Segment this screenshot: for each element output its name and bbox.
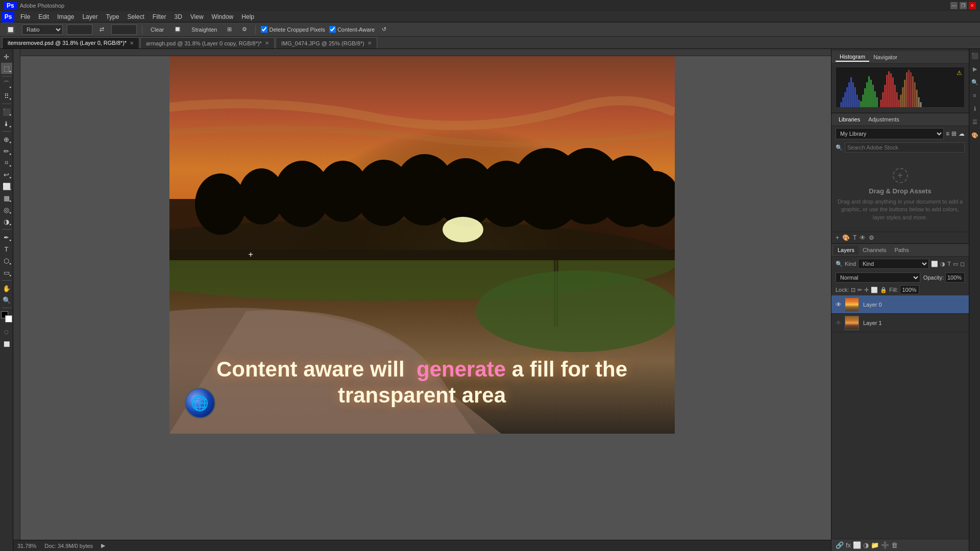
lock-all-btn[interactable]: 🔒 <box>880 287 887 293</box>
lib-settings-btn[interactable]: ⚙ <box>869 234 874 241</box>
tool-presets-btn[interactable]: 🔲 <box>3 24 18 35</box>
layer-new-btn[interactable]: ➕ <box>881 541 889 549</box>
lock-paint-btn[interactable]: ✏ <box>857 287 862 293</box>
tab-paths[interactable]: Paths <box>891 245 913 255</box>
ratio-select[interactable]: Ratio <box>22 24 63 35</box>
layer-row-1[interactable]: 👁 Layer 1 <box>831 314 969 332</box>
swap-btn[interactable]: ⇄ <box>96 25 107 34</box>
lock-artboard-btn[interactable]: ⬜ <box>871 287 878 293</box>
crop-tool-btn[interactable]: 🔲 <box>171 25 184 34</box>
quick-mask-btn[interactable]: ◌ <box>1 326 12 337</box>
content-aware-checkbox[interactable]: Content-Aware <box>329 26 375 33</box>
search-input[interactable] <box>845 142 965 153</box>
shape-tool[interactable]: ▭▸ <box>1 267 12 278</box>
lib-text-btn[interactable]: T <box>853 234 856 241</box>
lib-add-btn[interactable]: + <box>836 234 839 241</box>
reset-button[interactable]: ↺ <box>379 25 389 34</box>
panel-info-btn[interactable]: ℹ <box>970 104 979 113</box>
background-color[interactable] <box>5 315 12 322</box>
layer-group-btn[interactable]: 📁 <box>871 541 879 549</box>
path-select-tool[interactable]: ⬡▸ <box>1 255 12 266</box>
menu-select[interactable]: Select <box>123 12 148 21</box>
lock-pixels-btn[interactable]: ⊡ <box>851 287 855 293</box>
healing-tool[interactable]: ⊕▸ <box>1 134 12 145</box>
kind-filter-select[interactable]: Kind <box>858 259 929 269</box>
menu-layer[interactable]: Layer <box>78 12 102 21</box>
menu-help[interactable]: Help <box>237 12 258 21</box>
hand-tool[interactable]: ✋ <box>1 283 12 294</box>
tab-libraries[interactable]: Libraries <box>836 115 863 123</box>
layer-mask-btn[interactable]: ⬜ <box>853 541 861 549</box>
eyedropper-tool[interactable]: 🌡▸ <box>1 118 12 129</box>
menu-image[interactable]: Image <box>53 12 78 21</box>
layer-link-btn[interactable]: 🔗 <box>836 541 844 549</box>
layer-1-visibility[interactable]: 👁 <box>835 319 843 327</box>
blur-tool[interactable]: ◎▸ <box>1 204 12 215</box>
menu-filter[interactable]: Filter <box>149 12 170 21</box>
magic-wand-tool[interactable]: ⠿▸ <box>1 90 12 102</box>
panel-play-btn[interactable]: ▶ <box>970 64 979 73</box>
tab-0-close[interactable]: ✕ <box>130 40 134 46</box>
tab-2[interactable]: IMG_0474.JPG @ 25% (RGB/8*) ✕ <box>276 37 377 48</box>
menu-edit[interactable]: Edit <box>34 12 53 21</box>
panel-history-btn[interactable]: ⬛ <box>970 51 979 60</box>
type-tool[interactable]: T <box>1 243 12 255</box>
lib-grid-view-btn[interactable]: ⊞ <box>951 130 957 137</box>
panel-layers-icon-btn[interactable]: ☰ <box>970 117 979 127</box>
tab-1[interactable]: armagh.psd @ 31.8% (Layer 0 copy, RGB/8*… <box>140 37 275 48</box>
panel-settings-btn[interactable]: ≡ <box>970 91 979 100</box>
tab-1-close[interactable]: ✕ <box>265 40 269 46</box>
straighten-button[interactable]: Straighten <box>188 26 220 34</box>
tab-navigator[interactable]: Navigator <box>869 53 901 61</box>
width-input[interactable] <box>67 24 92 35</box>
fill-input[interactable] <box>900 285 919 294</box>
settings-button[interactable]: ⚙ <box>239 25 250 34</box>
lib-eye-btn[interactable]: 👁 <box>860 234 866 241</box>
layer-adjust-btn[interactable]: ◑ <box>863 541 869 549</box>
panel-color-btn[interactable]: 🎨 <box>970 131 979 140</box>
layer-0-visibility[interactable]: 👁 <box>835 300 843 309</box>
menu-file[interactable]: File <box>16 12 34 21</box>
type-filter-btn[interactable]: T <box>947 261 951 267</box>
minimize-button[interactable]: — <box>950 2 958 9</box>
canvas-area[interactable]: Content aware will generate a fill for t… <box>13 49 831 551</box>
menu-type[interactable]: Type <box>102 12 123 21</box>
pen-tool[interactable]: ✒▸ <box>1 232 12 243</box>
tab-channels[interactable]: Channels <box>859 245 890 255</box>
panel-search-btn[interactable]: 🔍 <box>970 78 979 87</box>
maximize-button[interactable]: ❐ <box>960 2 967 9</box>
lib-list-view-btn[interactable]: ≡ <box>946 130 949 137</box>
pixel-filter-btn[interactable]: ⬜ <box>931 261 938 267</box>
add-asset-button[interactable]: + <box>893 168 908 183</box>
tab-adjustments[interactable]: Adjustments <box>865 115 902 123</box>
selection-tool[interactable]: ⬚▸ <box>1 63 12 74</box>
crop-tool[interactable]: ⬛▸ <box>1 106 12 117</box>
menu-3d[interactable]: 3D <box>170 12 186 21</box>
lasso-tool[interactable]: ⌒▸ <box>1 79 12 90</box>
blend-mode-select[interactable]: Normal <box>836 272 920 283</box>
delete-cropped-checkbox[interactable]: Delete Cropped Pixels <box>261 26 325 33</box>
tab-2-close[interactable]: ✕ <box>368 40 372 46</box>
layer-row-0[interactable]: 👁 Layer 0 <box>831 295 969 314</box>
adjustment-filter-btn[interactable]: ◑ <box>940 261 945 267</box>
history-tool[interactable]: ↩▸ <box>1 169 12 180</box>
screen-mode-btn[interactable]: ⬜ <box>1 338 12 349</box>
lib-color-btn[interactable]: 🎨 <box>842 234 850 241</box>
canvas-image[interactable]: Content aware will generate a fill for t… <box>169 56 675 434</box>
height-input[interactable] <box>111 24 137 35</box>
menu-view[interactable]: View <box>186 12 208 21</box>
opacity-input[interactable] <box>945 272 965 283</box>
title-bar-controls[interactable]: — ❐ ✕ <box>950 2 976 9</box>
lib-cloud-btn[interactable]: ☁ <box>959 130 965 137</box>
gradient-tool[interactable]: ▦▸ <box>1 192 12 204</box>
menu-window[interactable]: Window <box>208 12 238 21</box>
close-button[interactable]: ✕ <box>969 2 976 9</box>
stamp-tool[interactable]: ⌗▸ <box>1 157 12 168</box>
grid-button[interactable]: ⊞ <box>224 25 235 34</box>
color-swatch[interactable] <box>1 311 12 322</box>
dodge-tool[interactable]: ◑▸ <box>1 216 12 227</box>
shape-filter-btn[interactable]: ▭ <box>953 261 958 267</box>
tab-0[interactable]: itemsremoved.psd @ 31.8% (Layer 0, RGB/8… <box>2 37 139 48</box>
move-tool[interactable]: ✛ <box>1 51 12 62</box>
layer-fx-btn[interactable]: fx <box>846 541 851 549</box>
